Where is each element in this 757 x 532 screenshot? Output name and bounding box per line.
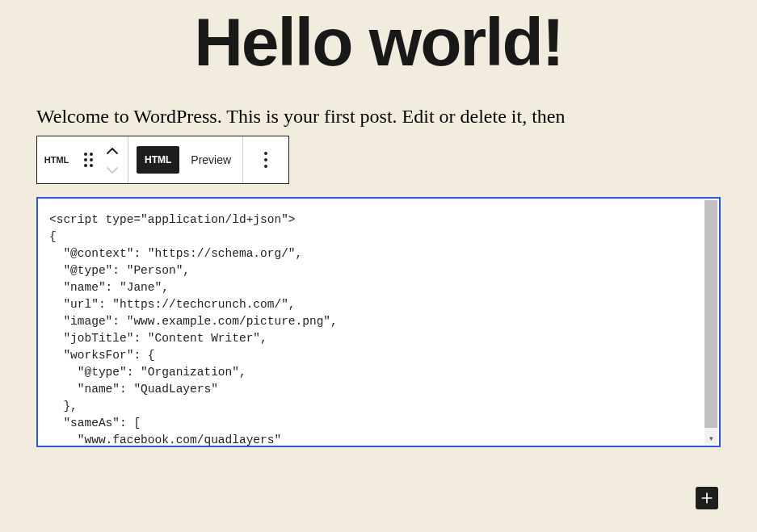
drag-icon (84, 153, 93, 167)
code-block-container: <script type="application/ld+json"> { "@… (36, 197, 721, 447)
scroll-down-arrow[interactable]: ▾ (704, 434, 717, 442)
more-options-button[interactable] (243, 137, 288, 182)
tab-preview[interactable]: Preview (179, 145, 242, 174)
chevron-down-icon (107, 167, 118, 174)
plus-icon (699, 490, 715, 506)
intro-paragraph[interactable]: Welcome to WordPress. This is your first… (36, 104, 721, 129)
move-up-button[interactable] (107, 143, 118, 157)
toolbar-section-block: HTML (37, 136, 128, 183)
tab-html[interactable]: HTML (137, 146, 179, 174)
move-arrows (100, 137, 128, 182)
add-block-button[interactable] (696, 487, 718, 509)
scrollbar-thumb[interactable] (704, 200, 717, 428)
chevron-up-icon (107, 148, 118, 154)
move-down-button[interactable] (107, 162, 118, 177)
scrollbar-track[interactable]: ▾ (704, 200, 717, 444)
toolbar-section-view: HTML Preview (128, 136, 243, 183)
drag-handle[interactable] (76, 137, 100, 182)
kebab-icon (264, 152, 267, 168)
page-title: Hello world! (36, 8, 721, 76)
block-toolbar: HTML HTML Preview (36, 136, 289, 184)
block-type-button[interactable]: HTML (37, 137, 76, 182)
toolbar-section-more (243, 136, 288, 183)
code-editor[interactable]: <script type="application/ld+json"> { "@… (38, 199, 719, 446)
